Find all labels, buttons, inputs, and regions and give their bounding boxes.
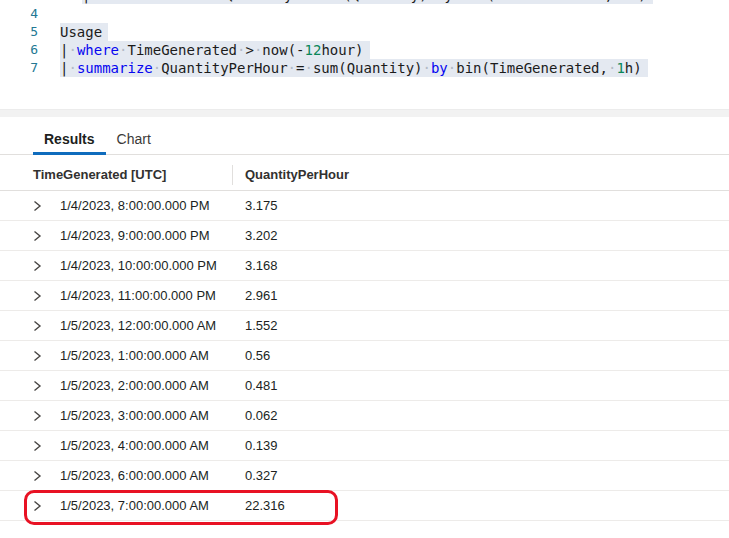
pane-divider <box>0 109 729 117</box>
code-token: Usage <box>60 24 102 40</box>
code-token: sum(Quantity) <box>313 60 423 76</box>
cell-timegenerated: 1/5/2023, 7:00:00.000 AM <box>60 498 245 513</box>
chevron-right-icon[interactable] <box>33 200 60 212</box>
table-row[interactable]: 1/4/2023, 11:00:00.000 PM2.961 <box>0 281 729 311</box>
cell-quantityperhour: 0.481 <box>245 378 729 393</box>
cell-timegenerated: 1/4/2023, 8:00:00.000 PM <box>60 198 245 213</box>
cell-quantityperhour: 3.175 <box>245 198 729 213</box>
code-token: h) <box>625 60 642 76</box>
cell-quantityperhour: 2.961 <box>245 288 729 303</box>
code-token: 1 <box>616 60 624 76</box>
query-line-clipped: | summarize TotalQuantity = sum(Quantity… <box>0 0 729 5</box>
chevron-right-icon[interactable] <box>33 440 60 452</box>
code-token: where <box>77 42 119 58</box>
chevron-right-icon[interactable] <box>33 500 60 512</box>
column-header-quantityperhour[interactable]: QuantityPerHour <box>245 165 349 185</box>
chevron-right-icon[interactable] <box>33 380 60 392</box>
cell-quantityperhour: 1.552 <box>245 318 729 333</box>
cell-timegenerated: 1/5/2023, 12:00:00.000 AM <box>60 318 245 333</box>
cell-timegenerated: 1/5/2023, 1:00:00.000 AM <box>60 348 245 363</box>
query-line-text: Usage <box>60 23 108 41</box>
whitespace-dot: · <box>304 60 312 76</box>
query-line-clipped-text: | summarize TotalQuantity = sum(Quantity… <box>82 0 653 4</box>
code-token: bin(TimeGenerated, <box>456 60 608 76</box>
chevron-right-icon[interactable] <box>33 410 60 422</box>
query-editor[interactable]: | summarize TotalQuantity = sum(Quantity… <box>0 0 729 77</box>
query-line-4[interactable]: 4 <box>0 5 729 23</box>
cell-quantityperhour: 0.139 <box>245 438 729 453</box>
chevron-right-icon[interactable] <box>33 290 60 302</box>
code-token: by <box>431 60 448 76</box>
table-row[interactable]: 1/5/2023, 3:00:00.000 AM0.062 <box>0 401 729 431</box>
tab-results[interactable]: Results <box>33 130 106 155</box>
table-row[interactable]: 1/5/2023, 6:00:00.000 AM0.327 <box>0 461 729 491</box>
cell-quantityperhour: 3.202 <box>245 228 729 243</box>
chevron-right-icon[interactable] <box>33 230 60 242</box>
query-line-text: |·summarize·QuantityPerHour·=·sum(Quanti… <box>60 59 648 77</box>
grid-header: TimeGenerated [UTC] QuantityPerHour <box>0 160 729 191</box>
cell-quantityperhour: 0.062 <box>245 408 729 423</box>
whitespace-dot: · <box>68 42 76 58</box>
code-token: TimeGenerated <box>127 42 237 58</box>
query-line-text: |·where·TimeGenerated·>·now(-12hour) <box>60 41 370 59</box>
cell-quantityperhour: 0.56 <box>245 348 729 363</box>
cell-timegenerated: 1/5/2023, 3:00:00.000 AM <box>60 408 245 423</box>
cell-quantityperhour: 22.316 <box>245 498 729 513</box>
chevron-right-icon[interactable] <box>33 320 60 332</box>
results-tabbar: Results Chart <box>0 126 729 155</box>
query-line-6[interactable]: 6|·where·TimeGenerated·>·now(-12hour) <box>0 41 729 59</box>
tab-chart[interactable]: Chart <box>106 130 162 154</box>
table-row[interactable]: 1/4/2023, 9:00:00.000 PM3.202 <box>0 221 729 251</box>
cell-timegenerated: 1/4/2023, 11:00:00.000 PM <box>60 288 245 303</box>
cell-timegenerated: 1/4/2023, 9:00:00.000 PM <box>60 228 245 243</box>
code-token: summarize <box>77 60 153 76</box>
chevron-right-icon[interactable] <box>33 350 60 362</box>
cell-timegenerated: 1/4/2023, 10:00:00.000 PM <box>60 258 245 273</box>
query-line-7[interactable]: 7|·summarize·QuantityPerHour·=·sum(Quant… <box>0 59 729 77</box>
code-token: hour) <box>321 42 363 58</box>
table-row[interactable]: 1/5/2023, 4:00:00.000 AM0.139 <box>0 431 729 461</box>
cell-quantityperhour: 0.327 <box>245 468 729 483</box>
code-token: QuantityPerHour <box>161 60 287 76</box>
query-lines: 45Usage6|·where·TimeGenerated·>·now(-12h… <box>0 5 729 77</box>
table-row[interactable]: 1/5/2023, 1:00:00.000 AM0.56 <box>0 341 729 371</box>
cell-timegenerated: 1/5/2023, 2:00:00.000 AM <box>60 378 245 393</box>
line-number: 7 <box>0 59 38 77</box>
line-number: 5 <box>0 23 38 41</box>
line-number: 4 <box>0 5 38 23</box>
cell-timegenerated: 1/5/2023, 4:00:00.000 AM <box>60 438 245 453</box>
whitespace-dot: · <box>68 60 76 76</box>
whitespace-dot: · <box>153 60 161 76</box>
whitespace-dot: · <box>288 60 296 76</box>
table-row[interactable]: 1/5/2023, 12:00:00.000 AM1.552 <box>0 311 729 341</box>
whitespace-dot: · <box>423 60 431 76</box>
table-row[interactable]: 1/5/2023, 7:00:00.000 AM22.316 <box>0 491 729 521</box>
grid-body: 1/4/2023, 8:00:00.000 PM3.1751/4/2023, 9… <box>0 191 729 521</box>
whitespace-dot: · <box>448 60 456 76</box>
cell-quantityperhour: 3.168 <box>245 258 729 273</box>
table-row[interactable]: 1/4/2023, 8:00:00.000 PM3.175 <box>0 191 729 221</box>
chevron-right-icon[interactable] <box>33 470 60 482</box>
column-header-timegenerated[interactable]: TimeGenerated [UTC] <box>33 165 233 185</box>
line-number: 6 <box>0 41 38 59</box>
cell-timegenerated: 1/5/2023, 6:00:00.000 AM <box>60 468 245 483</box>
code-token: now(- <box>262 42 304 58</box>
query-line-5[interactable]: 5Usage <box>0 23 729 41</box>
table-row[interactable]: 1/5/2023, 2:00:00.000 AM0.481 <box>0 371 729 401</box>
chevron-right-icon[interactable] <box>33 260 60 272</box>
table-row[interactable]: 1/4/2023, 10:00:00.000 PM3.168 <box>0 251 729 281</box>
code-token: 12 <box>305 42 322 58</box>
code-token: > <box>245 42 253 58</box>
